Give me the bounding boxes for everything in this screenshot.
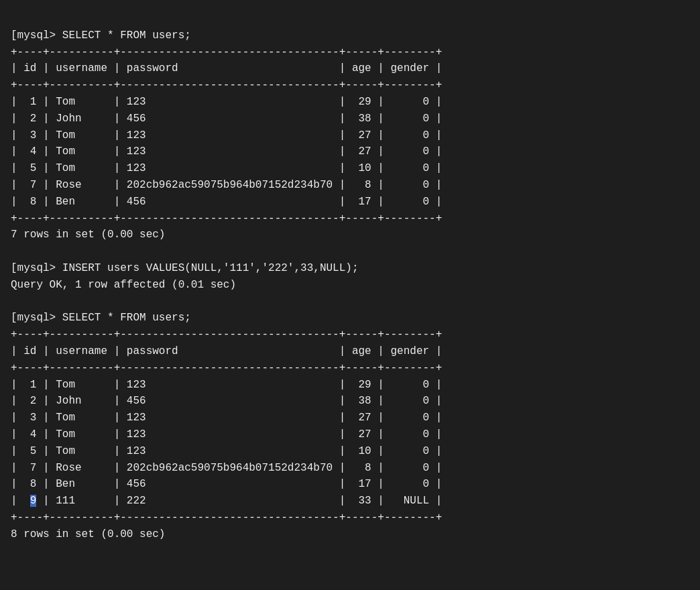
terminal-line: | 9 | 111 | 222 | 33 | NULL |: [11, 493, 689, 510]
terminal-line: | 2 | John | 456 | 38 | 0 |: [11, 111, 689, 127]
terminal-line: | 4 | Tom | 123 | 27 | 0 |: [11, 143, 689, 160]
terminal-line: +----+----------+-----------------------…: [11, 360, 689, 377]
terminal-line: | 8 | Ben | 456 | 17 | 0 |: [11, 476, 689, 493]
terminal-line: | 4 | Tom | 123 | 27 | 0 |: [11, 426, 689, 443]
terminal-line: | 7 | Rose | 202cb962ac59075b964b07152d2…: [11, 177, 689, 194]
terminal-line: Query OK, 1 row affected (0.01 sec): [11, 277, 689, 294]
terminal-line: 7 rows in set (0.00 sec): [11, 227, 689, 243]
terminal-line: [mysql> INSERT users VALUES(NULL,'111','…: [11, 260, 689, 277]
terminal-line: | 7 | Rose | 202cb962ac59075b964b07152d2…: [11, 460, 689, 477]
highlighted-id: 9: [30, 495, 37, 507]
terminal-line: 8 rows in set (0.00 sec): [11, 526, 689, 543]
terminal-line: | id | username | password | age | gende…: [11, 343, 689, 360]
terminal-line: | 5 | Tom | 123 | 10 | 0 |: [11, 160, 689, 177]
terminal-line: [11, 243, 689, 260]
terminal-line: | 1 | Tom | 123 | 29 | 0 |: [11, 377, 689, 394]
terminal-line: [11, 294, 689, 310]
terminal-line: +----+----------+-----------------------…: [11, 211, 689, 227]
terminal-line: [mysql> SELECT * FROM users;: [11, 27, 689, 44]
terminal-line: +----+----------+-----------------------…: [11, 510, 689, 526]
terminal-line: [mysql> SELECT * FROM users;: [11, 310, 689, 327]
terminal-line: | 5 | Tom | 123 | 10 | 0 |: [11, 443, 689, 460]
terminal-line: | id | username | password | age | gende…: [11, 60, 689, 77]
terminal-output: [mysql> SELECT * FROM users;+----+------…: [11, 11, 689, 543]
terminal-line: | 3 | Tom | 123 | 27 | 0 |: [11, 410, 689, 426]
terminal-line: +----+----------+-----------------------…: [11, 327, 689, 343]
terminal-line: | 1 | Tom | 123 | 29 | 0 |: [11, 94, 689, 111]
terminal-line: +----+----------+-----------------------…: [11, 44, 689, 61]
terminal-line: | 3 | Tom | 123 | 27 | 0 |: [11, 127, 689, 144]
terminal-line: | 2 | John | 456 | 38 | 0 |: [11, 393, 689, 410]
terminal-line: +----+----------+-----------------------…: [11, 77, 689, 94]
terminal-line: | 8 | Ben | 456 | 17 | 0 |: [11, 194, 689, 211]
